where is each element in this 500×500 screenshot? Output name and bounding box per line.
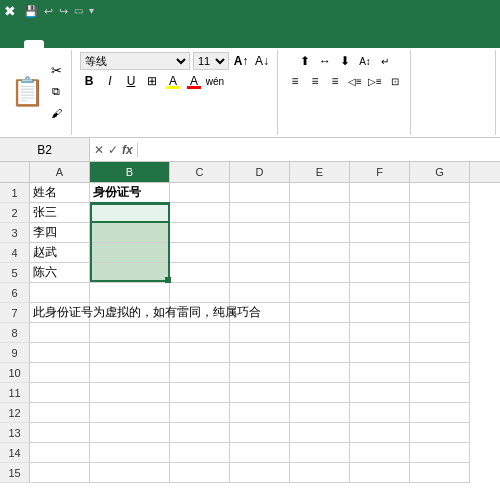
cell-G4[interactable] (410, 243, 470, 263)
font-decrease-button[interactable]: A↓ (253, 52, 271, 70)
cell-F8[interactable] (350, 323, 410, 343)
special-char-button[interactable]: wén (206, 72, 224, 90)
tab-grid[interactable] (164, 40, 184, 48)
tab-review[interactable] (124, 40, 144, 48)
cell-A4[interactable]: 赵武 (30, 243, 90, 263)
cell-B15[interactable] (90, 463, 170, 483)
cell-C15[interactable] (170, 463, 230, 483)
cell-D12[interactable] (230, 403, 290, 423)
row-header[interactable]: 1 (0, 183, 30, 203)
wrap-text-button[interactable]: ↵ (376, 52, 394, 70)
cell-D14[interactable] (230, 443, 290, 463)
cell-E4[interactable] (290, 243, 350, 263)
cell-A8[interactable] (30, 323, 90, 343)
cell-A14[interactable] (30, 443, 90, 463)
cell-E11[interactable] (290, 383, 350, 403)
cell-D15[interactable] (230, 463, 290, 483)
restore-icon[interactable]: ▭ (74, 5, 83, 18)
row-header[interactable]: 11 (0, 383, 30, 403)
cell-C1[interactable] (170, 183, 230, 203)
cell-F13[interactable] (350, 423, 410, 443)
cell-E14[interactable] (290, 443, 350, 463)
cell-G1[interactable] (410, 183, 470, 203)
cell-C4[interactable] (170, 243, 230, 263)
align-left-button[interactable]: ≡ (286, 72, 304, 90)
save-icon[interactable]: 💾 (24, 5, 38, 18)
cell-E3[interactable] (290, 223, 350, 243)
tab-view[interactable] (144, 40, 164, 48)
tab-formula[interactable] (84, 40, 104, 48)
cell-C14[interactable] (170, 443, 230, 463)
cell-D9[interactable] (230, 343, 290, 363)
cell-C9[interactable] (170, 343, 230, 363)
cell-G15[interactable] (410, 463, 470, 483)
cell-A3[interactable]: 李四 (30, 223, 90, 243)
row-header[interactable]: 9 (0, 343, 30, 363)
cell-C12[interactable] (170, 403, 230, 423)
cell-A12[interactable] (30, 403, 90, 423)
cell-C8[interactable] (170, 323, 230, 343)
cell-G11[interactable] (410, 383, 470, 403)
cell-A9[interactable] (30, 343, 90, 363)
cell-E7[interactable] (290, 303, 350, 323)
cell-C2[interactable] (170, 203, 230, 223)
copy-button[interactable]: ⧉ (47, 83, 65, 101)
cell-B11[interactable] (90, 383, 170, 403)
row-header[interactable]: 6 (0, 283, 30, 303)
cell-F6[interactable] (350, 283, 410, 303)
cell-F5[interactable] (350, 263, 410, 283)
row-header[interactable]: 13 (0, 423, 30, 443)
cell-A10[interactable] (30, 363, 90, 383)
cell-C13[interactable] (170, 423, 230, 443)
cell-F14[interactable] (350, 443, 410, 463)
cell-D8[interactable] (230, 323, 290, 343)
cell-C11[interactable] (170, 383, 230, 403)
cell-F7[interactable] (350, 303, 410, 323)
tab-page-layout[interactable] (64, 40, 84, 48)
font-name-select[interactable]: 等线 (80, 52, 190, 70)
italic-button[interactable]: I (101, 72, 119, 90)
align-middle-button[interactable]: ↔ (316, 52, 334, 70)
cell-G3[interactable] (410, 223, 470, 243)
confirm-formula-icon[interactable]: ✓ (108, 143, 118, 157)
format-painter-button[interactable]: 🖌 (47, 104, 65, 122)
row-header[interactable]: 2 (0, 203, 30, 223)
name-box[interactable] (0, 138, 90, 161)
underline-button[interactable]: U (122, 72, 140, 90)
cell-G13[interactable] (410, 423, 470, 443)
cell-B4[interactable] (90, 243, 170, 263)
row-header[interactable]: 4 (0, 243, 30, 263)
cell-D6[interactable] (230, 283, 290, 303)
col-header-b[interactable]: B (90, 162, 170, 182)
cell-F2[interactable] (350, 203, 410, 223)
cell-B12[interactable] (90, 403, 170, 423)
cell-F4[interactable] (350, 243, 410, 263)
cell-G8[interactable] (410, 323, 470, 343)
cell-B6[interactable] (90, 283, 170, 303)
bold-button[interactable]: B (80, 72, 98, 90)
cell-D5[interactable] (230, 263, 290, 283)
cell-B8[interactable] (90, 323, 170, 343)
cell-E9[interactable] (290, 343, 350, 363)
cell-E13[interactable] (290, 423, 350, 443)
cell-D10[interactable] (230, 363, 290, 383)
cell-E6[interactable] (290, 283, 350, 303)
cell-F11[interactable] (350, 383, 410, 403)
cell-F3[interactable] (350, 223, 410, 243)
dropdown-icon[interactable]: ▾ (89, 5, 94, 18)
text-direction-button[interactable]: A↕ (356, 52, 374, 70)
tab-file[interactable] (4, 40, 24, 48)
corner-cell[interactable] (0, 162, 30, 182)
align-bottom-button[interactable]: ⬇ (336, 52, 354, 70)
font-size-select[interactable]: 11 (193, 52, 229, 70)
cell-G7[interactable] (410, 303, 470, 323)
cell-C5[interactable] (170, 263, 230, 283)
cut-button[interactable]: ✂ (47, 62, 65, 80)
cell-F9[interactable] (350, 343, 410, 363)
cell-E12[interactable] (290, 403, 350, 423)
cell-D4[interactable] (230, 243, 290, 263)
border-button[interactable]: ⊞ (143, 72, 161, 90)
cell-B10[interactable] (90, 363, 170, 383)
redo-icon[interactable]: ↪ (59, 5, 68, 18)
decrease-indent-button[interactable]: ◁≡ (346, 72, 364, 90)
